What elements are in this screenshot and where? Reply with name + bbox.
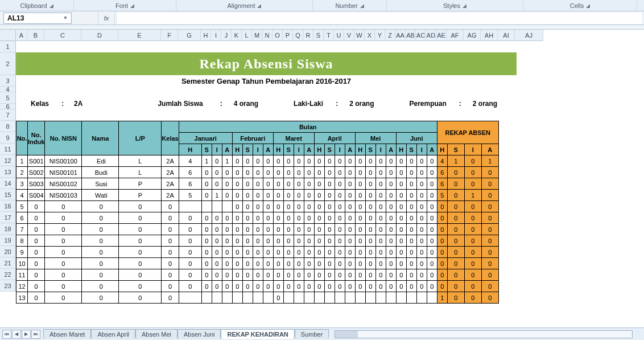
table-row[interactable]: 500000000000000000000000000000 <box>16 201 516 212</box>
sheet-area[interactable]: ABCDEFGHIJKLMNOPQRSTUVWXYZAAABACADAEAFAG… <box>16 30 644 327</box>
table-row[interactable]: 4S004NIS00103WatiP2A50100000000000000000… <box>16 190 516 201</box>
col-header-N[interactable]: N <box>262 30 273 41</box>
col-header-J[interactable]: J <box>221 30 232 41</box>
table-row[interactable]: 9000000000000000000000000000000000 <box>16 247 516 258</box>
row-header-18[interactable]: 18 <box>0 223 16 235</box>
col-header-V[interactable]: V <box>344 30 354 41</box>
col-header-H[interactable]: H <box>201 30 211 41</box>
table-row[interactable]: 7000000000000000000000000000000000 <box>16 224 516 235</box>
sheet-tab[interactable]: Absen Maret <box>43 329 91 339</box>
col-header-S[interactable]: S <box>313 30 324 41</box>
row-header-9[interactable]: 9 <box>0 132 16 144</box>
dialog-launcher-icon[interactable]: ◢ <box>586 3 590 9</box>
row-header-12[interactable]: 12 <box>0 155 16 166</box>
row-header-3[interactable]: 3 <box>0 75 16 87</box>
tab-nav-next-icon[interactable]: ▶ <box>22 330 31 339</box>
row-header-6[interactable]: 6 <box>0 104 16 109</box>
row-header-13[interactable]: 13 <box>0 166 16 178</box>
col-header-AB[interactable]: AB <box>406 30 416 41</box>
col-header-T[interactable]: T <box>324 30 334 41</box>
col-header-P[interactable]: P <box>283 30 293 41</box>
col-header-AC[interactable]: AC <box>416 30 426 41</box>
dialog-launcher-icon[interactable]: ◢ <box>49 3 53 9</box>
row-header-5[interactable]: 5 <box>0 92 16 104</box>
dialog-launcher-icon[interactable]: ◢ <box>463 3 467 9</box>
col-header-AE[interactable]: AE <box>436 30 447 41</box>
sheet-tab[interactable]: Sumber <box>295 329 329 339</box>
col-header-Z[interactable]: Z <box>385 30 395 41</box>
row-header-16[interactable]: 16 <box>0 200 16 212</box>
tab-nav-prev-icon[interactable]: ◀ <box>12 330 21 339</box>
col-header-W[interactable]: W <box>354 30 365 41</box>
row-header-8[interactable]: 8 <box>0 121 16 132</box>
col-header-I[interactable]: I <box>211 30 221 41</box>
row-header-2[interactable]: 2 <box>0 52 16 75</box>
sheet-tab[interactable]: Absen Mei <box>135 329 177 339</box>
fx-label[interactable]: fx <box>98 11 115 24</box>
scrollbar-thumb[interactable] <box>335 331 358 338</box>
sheet-tab[interactable]: REKAP KEHADIRAN <box>221 329 294 339</box>
col-header-O[interactable]: O <box>273 30 283 41</box>
col-header-Q[interactable]: Q <box>293 30 303 41</box>
row-header-4[interactable]: 4 <box>0 87 16 92</box>
jumlah-value: 4 orang <box>234 100 258 108</box>
dialog-launcher-icon[interactable]: ◢ <box>130 3 134 9</box>
col-header-AH[interactable]: AH <box>481 30 498 41</box>
table-row[interactable]: 6000000000000000000000000000000000 <box>16 212 516 224</box>
row-header-23[interactable]: 23 <box>0 280 16 292</box>
ribbon-group-alignment: Alignment◢ <box>176 0 313 11</box>
row-header-1[interactable]: 1 <box>0 41 16 52</box>
col-header-C[interactable]: C <box>44 30 81 41</box>
tab-nav-first-icon[interactable]: ⏮ <box>2 330 11 339</box>
col-header-L[interactable]: L <box>242 30 252 41</box>
col-header-M[interactable]: M <box>252 30 262 41</box>
row-header-21[interactable]: 21 <box>0 257 16 269</box>
col-header-AJ[interactable]: AJ <box>515 30 543 41</box>
table-row[interactable]: 12000000000000000000000000000000000 <box>16 281 516 292</box>
row-header-20[interactable]: 20 <box>0 246 16 257</box>
table-row[interactable]: 1S001NIS00100EdiL2A410100000000000000000… <box>16 155 516 167</box>
col-header-D[interactable]: D <box>81 30 118 41</box>
col-header-U[interactable]: U <box>334 30 344 41</box>
tab-nav-last-icon[interactable]: ⏭ <box>31 330 40 339</box>
sheet-tab[interactable]: Absen Juni <box>177 329 221 339</box>
row-header-7[interactable]: 7 <box>0 109 16 121</box>
col-header-G[interactable]: G <box>178 30 201 41</box>
name-box-dropdown-icon[interactable]: ▼ <box>63 15 68 21</box>
col-header-AA[interactable]: AA <box>395 30 406 41</box>
row-header-17[interactable]: 17 <box>0 212 16 223</box>
col-header-K[interactable]: K <box>232 30 242 41</box>
attendance-table[interactable]: No.No. IndukNo. NISNNamaL/PKelasBulanREK… <box>16 121 516 304</box>
col-header-R[interactable]: R <box>303 30 313 41</box>
col-header-AG[interactable]: AG <box>464 30 481 41</box>
report-subtitle: Semester Genap Tahun Pembelajaran 2016-2… <box>16 75 517 87</box>
table-row[interactable]: 8000000000000000000000000000000000 <box>16 235 516 247</box>
col-header-A[interactable]: A <box>16 30 27 41</box>
table-row[interactable]: 130000001000 <box>16 292 516 304</box>
col-header-Y[interactable]: Y <box>375 30 385 41</box>
col-header-X[interactable]: X <box>365 30 375 41</box>
col-header-F[interactable]: F <box>161 30 178 41</box>
table-row[interactable]: 2S002NIS00101BudiL2A60000000000000000000… <box>16 167 516 178</box>
row-header-11[interactable]: 11 <box>0 144 16 155</box>
spacer <box>0 25 644 30</box>
col-header-AI[interactable]: AI <box>498 30 515 41</box>
table-row[interactable]: 3S003NIS00102SusiP2A60000000000000000000… <box>16 178 516 190</box>
row-header-22[interactable]: 22 <box>0 269 16 280</box>
col-header-AD[interactable]: AD <box>426 30 436 41</box>
col-header-B[interactable]: B <box>27 30 44 41</box>
table-row[interactable]: 11000000000000000000000000000000000 <box>16 269 516 281</box>
col-header-AF[interactable]: AF <box>447 30 464 41</box>
dialog-launcher-icon[interactable]: ◢ <box>360 3 364 9</box>
row-header-15[interactable]: 15 <box>0 189 16 200</box>
select-all-corner[interactable] <box>0 30 16 41</box>
col-header-E[interactable]: E <box>118 30 161 41</box>
dialog-launcher-icon[interactable]: ◢ <box>257 3 261 9</box>
name-box[interactable]: AL13 ▼ <box>3 13 72 24</box>
sheet-tab[interactable]: Absen April <box>91 329 135 339</box>
formula-input[interactable] <box>117 13 642 24</box>
row-header-19[interactable]: 19 <box>0 235 16 246</box>
horizontal-scrollbar[interactable] <box>335 330 633 338</box>
table-row[interactable]: 10000000000000000000000000000000000 <box>16 258 516 269</box>
row-header-14[interactable]: 14 <box>0 178 16 189</box>
